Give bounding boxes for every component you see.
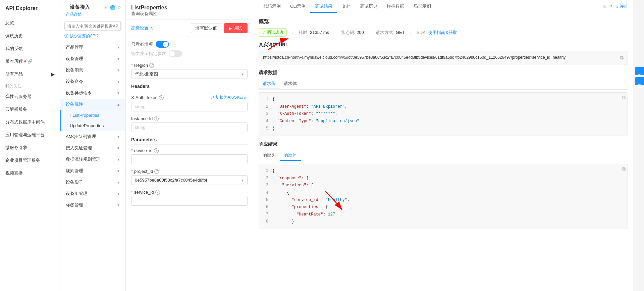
- mid-sub-list-properties[interactable]: | ListProperties: [60, 110, 125, 120]
- status-badge: ✓ 调试成功: [259, 28, 287, 37]
- region-select[interactable]: 华北-北京四: [131, 69, 248, 79]
- x-auth-token-help-icon[interactable]: ?: [159, 95, 164, 100]
- mid-nav-device-cmd[interactable]: 设备命令 ▼: [60, 76, 125, 87]
- tab-debug-history[interactable]: 调试历史: [355, 0, 382, 13]
- nav-feedback[interactable]: 我的反馈: [0, 42, 60, 55]
- project-id-select-wrapper: 0e5957be8a00f53c2fa7c0045e4d8fbf ▼: [131, 175, 248, 185]
- switch-ak-sk[interactable]: ⇄ 切换为AK/SK认证: [211, 95, 248, 100]
- project-id-help-icon[interactable]: ?: [154, 169, 159, 174]
- run-button[interactable]: ▶ 调试: [224, 23, 248, 33]
- only-required-toggle[interactable]: [156, 41, 169, 48]
- nav-follow-cse[interactable]: 微服务引擎: [0, 141, 60, 154]
- active-indicator: |: [70, 113, 71, 117]
- nav-follow-elastic[interactable]: 弹性云服务器: [0, 90, 60, 103]
- device-id-input[interactable]: 61df9a6bc7fb24029b0c160d_1126626497: [131, 154, 248, 164]
- reply-button[interactable]: 反馈: [635, 77, 644, 85]
- copy-url-icon[interactable]: ⧉: [620, 55, 624, 61]
- nav-version[interactable]: 版本历程 🔗: [0, 55, 60, 68]
- nav-debug-history[interactable]: 调试历史: [0, 30, 60, 42]
- mid-hint[interactable]: ⓘ 缺少需要的API?: [60, 33, 125, 42]
- mid-nav-device-shadow[interactable]: 设备影子 ▼: [60, 177, 125, 188]
- code-line-1: 1 {: [263, 96, 624, 103]
- meta-method: 请求方式: GET: [376, 30, 405, 36]
- form-title: ListProperties: [131, 5, 248, 11]
- nav-follow-project[interactable]: 企业项目管理服务: [0, 154, 60, 167]
- chevron-down-icon-2: ▼: [117, 68, 120, 72]
- required-star-service: *: [131, 190, 133, 195]
- project-id-select[interactable]: 0e5957be8a00f53c2fa7c0045e4d8fbf: [131, 175, 248, 185]
- nav-follow-ddb[interactable]: 分布式数据库中间件: [0, 116, 60, 129]
- copy-request-button[interactable]: ⧉: [622, 95, 626, 100]
- req-tab-body[interactable]: 请求体: [280, 79, 301, 89]
- nav-overview[interactable]: 总览: [0, 17, 60, 30]
- lock-icon: 🔗: [28, 59, 33, 64]
- chevron-down-icon-11: ▼: [117, 192, 120, 196]
- mid-nav-device-async-cmd[interactable]: 设备异步命令 ▼: [60, 87, 125, 99]
- device-id-help-icon[interactable]: ?: [154, 148, 159, 153]
- nav-follow-video[interactable]: 视频直播: [0, 167, 60, 180]
- mid-nav-data-flow[interactable]: 数据流转规则管理 ▼: [60, 154, 125, 165]
- x-auth-token-input[interactable]: [131, 102, 248, 111]
- star-icon[interactable]: ☆: [117, 5, 121, 10]
- service-id-help-icon[interactable]: ?: [155, 190, 160, 195]
- consult-button[interactable]: 咨询: [635, 67, 644, 75]
- search-input[interactable]: [65, 22, 120, 30]
- mid-sidebar-title: 设备接入: [64, 4, 95, 11]
- globe-icon[interactable]: 🌐: [110, 5, 115, 10]
- resp-tab-headers[interactable]: 响应头: [259, 150, 280, 161]
- adv-settings-toggle[interactable]: 高级设置 ∧: [131, 25, 153, 31]
- instance-id-help-icon[interactable]: ?: [154, 116, 159, 121]
- service-id-input[interactable]: healthy: [131, 196, 248, 206]
- mid-nav-device-mgmt[interactable]: 设备管理 ▼: [60, 53, 125, 64]
- search-button[interactable]: 🔍: [120, 22, 121, 30]
- emoji-icon[interactable]: ☺: [104, 5, 108, 10]
- mid-nav-rule-mgmt[interactable]: 规则管理 ▼: [60, 165, 125, 177]
- tab-scene-example[interactable]: 场景示例: [409, 0, 436, 13]
- tab-mock-data[interactable]: 模拟数据: [382, 0, 409, 13]
- resp-code-line-6: 6 "properties": {: [263, 204, 624, 211]
- help-icon-right[interactable]: ?: [609, 4, 612, 9]
- region-help-icon[interactable]: ?: [149, 63, 154, 68]
- fill-defaults-button[interactable]: 填写默认值: [191, 23, 221, 33]
- resp-code-line-1: 1 {: [263, 167, 624, 175]
- mid-nav-auth-mgmt[interactable]: 接入凭证管理 ▼: [60, 142, 125, 154]
- emoji-icon-right[interactable]: ☺: [602, 4, 607, 9]
- mid-nav-tag-mgmt[interactable]: 标签管理 ▼: [60, 199, 125, 211]
- rating-button[interactable]: ☆ 评价: [615, 4, 628, 9]
- overview-title: 概览: [259, 18, 628, 25]
- secret-display-toggle[interactable]: [169, 50, 182, 57]
- nav-all-products[interactable]: 所有产品 ▶: [0, 68, 60, 81]
- meta-sdk: SDK: 使用指南&获取: [417, 30, 457, 36]
- copy-response-button[interactable]: ⧉: [622, 166, 626, 172]
- mid-nav-device-group[interactable]: 设备组管理 ▼: [60, 188, 125, 199]
- mid-nav-device-msg[interactable]: 设备消息 ▼: [60, 64, 125, 76]
- mid-nav-product-mgmt[interactable]: 产品管理 ▼: [60, 42, 125, 53]
- feedback-sidebar: 咨询 反馈: [633, 0, 644, 291]
- tab-docs[interactable]: 文档: [337, 0, 355, 13]
- mid-sidebar: 设备接入 ☺ 🌐 ☆ 产品详情 🔍 ⓘ 缺少需要的API? 产品管理 ▼ 设备管…: [60, 0, 126, 291]
- required-star-device: *: [131, 148, 133, 153]
- chevron-down-icon-3: ▼: [117, 80, 120, 84]
- req-tab-headers[interactable]: 请求头: [259, 79, 280, 89]
- resp-tab-body[interactable]: 响应体: [280, 150, 301, 161]
- overview-bar: ✓ 调试成功 | 耗时: 21357 ms | 状态码: 200 |: [259, 28, 628, 37]
- nav-follow-dns[interactable]: 云解析服务: [0, 103, 60, 116]
- tab-debug-result[interactable]: 调试结果: [310, 0, 337, 13]
- mid-nav-amqp[interactable]: AMQP队列管理 ▼: [60, 131, 125, 142]
- mid-nav-device-props[interactable]: 设备属性 ▲: [60, 99, 125, 110]
- nav-follow-devops[interactable]: 应用管理与运维平台: [0, 129, 60, 141]
- tab-cli-example[interactable]: CLI示例: [285, 0, 310, 13]
- toggle-knob-2: [169, 51, 175, 56]
- service-id-group: * service_id ? healthy: [131, 190, 248, 206]
- main-content: ListProperties 查询设备属性 高级设置 ∧ 填写默认值 ▶ 调试 …: [126, 0, 644, 291]
- code-line-3: 3 "X-Auth-Token": "******",: [263, 110, 624, 118]
- chevron-right-icon: ▶: [51, 72, 55, 77]
- version-badge: [24, 60, 26, 62]
- chevron-down-icon-10: ▼: [117, 181, 120, 184]
- mid-sub-update-properties[interactable]: UpdateProperties: [60, 120, 125, 131]
- region-label: * Region ?: [131, 63, 248, 68]
- tab-code-example[interactable]: 代码示例: [259, 0, 285, 13]
- sdk-link[interactable]: 使用指南&获取: [428, 30, 457, 36]
- instance-id-input[interactable]: [131, 123, 248, 132]
- right-tabs: 代码示例 CLI示例 调试结果 文档 调试历史 模拟数据 场景示例 ☺ ? ☆ …: [253, 0, 633, 13]
